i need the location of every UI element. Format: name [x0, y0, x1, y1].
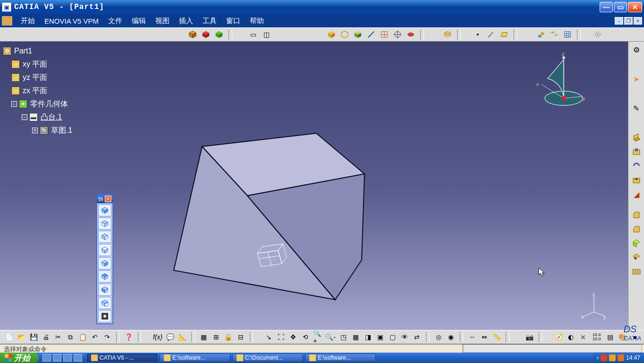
formula-icon[interactable]: f(x) — [153, 331, 163, 343]
open-icon[interactable]: 📂 — [16, 331, 26, 343]
box-solid-icon[interactable] — [352, 29, 364, 40]
product-green-icon[interactable] — [213, 29, 225, 40]
tray-expand-icon[interactable]: ‹ — [597, 354, 599, 361]
tree-sketch[interactable]: + ✎ 草图.1 — [3, 124, 72, 137]
shell-tool-icon[interactable] — [630, 251, 643, 264]
mesh-icon[interactable] — [562, 29, 573, 40]
capture-icon[interactable]: 📷 — [525, 331, 535, 343]
material-icon[interactable]: ◐ — [566, 331, 576, 343]
minimize-button[interactable]: — — [600, 2, 613, 12]
view-more-button[interactable] — [98, 310, 111, 322]
center-graph-icon[interactable]: ◎ — [433, 331, 444, 343]
mdi-restore-button[interactable]: ❐ — [624, 17, 633, 25]
menu-help[interactable]: 帮助 — [245, 16, 269, 26]
taskbar-item-2[interactable]: C:\Document... — [232, 354, 303, 362]
fit-all-icon[interactable]: ⛶ — [276, 331, 286, 343]
iso-icon[interactable]: ◨ — [363, 331, 373, 343]
options-icon[interactable]: ⊟ — [236, 331, 246, 343]
bottom-view-button[interactable] — [98, 284, 111, 296]
menu-file[interactable]: 文件 — [103, 16, 127, 26]
quickview-close-button[interactable]: × — [105, 196, 111, 202]
box-gold-icon[interactable] — [326, 29, 337, 40]
menu-enovia[interactable]: ENOVIA V5 VPM — [40, 16, 103, 26]
hide-show-icon[interactable]: 👁 — [399, 331, 410, 343]
start-button[interactable]: 开始 — [0, 353, 39, 363]
axis-system-icon[interactable]: ⤬ — [578, 331, 588, 343]
draft-tool-icon[interactable] — [630, 237, 643, 250]
mdi-minimize-button[interactable]: - — [615, 17, 623, 25]
viewport-3d[interactable]: x y z z x y ⚙ Part1 ▱ xy 平面 ▱ yz 平面 — [0, 42, 628, 336]
comment-icon[interactable]: 💬 — [165, 331, 175, 343]
cut-icon[interactable]: ✂ — [53, 331, 63, 343]
mdi-close-button[interactable]: × — [634, 17, 642, 25]
chamfer-tool-icon[interactable] — [630, 223, 643, 235]
pad-geometry[interactable] — [170, 127, 368, 302]
specification-tree[interactable]: ⚙ Part1 ▱ xy 平面 ▱ yz 平面 ▱ zx 平面 - ✦ 零件几何… — [3, 44, 72, 137]
table-icon[interactable]: ▦ — [199, 331, 209, 343]
tray-clock[interactable]: 14:47 — [626, 354, 640, 361]
tray-icon-1[interactable] — [601, 354, 607, 361]
reframe-icon[interactable]: ◉ — [446, 331, 456, 343]
system-tray[interactable]: ‹ 14:47 — [593, 353, 644, 363]
compass-tool-icon[interactable]: 🧭 — [553, 331, 564, 343]
save-icon[interactable]: 💾 — [28, 331, 39, 343]
select-arrow-icon[interactable]: ➤ — [630, 73, 643, 85]
view-compass[interactable]: x y z — [535, 51, 592, 112]
layers-icon[interactable] — [442, 29, 453, 40]
pocket-tool-icon[interactable] — [630, 146, 643, 158]
menu-view[interactable]: 视图 — [151, 16, 174, 26]
scale-display[interactable]: 10.410.0 — [590, 331, 603, 343]
target-icon[interactable] — [392, 29, 403, 40]
ql-app-icon[interactable] — [63, 354, 72, 362]
copy-icon[interactable]: ⧉ — [65, 331, 76, 343]
named-view-button[interactable] — [98, 297, 111, 309]
mirror-tool-icon[interactable] — [630, 266, 643, 278]
swap-icon[interactable]: ⇄ — [412, 331, 422, 343]
pad-tool-icon[interactable] — [630, 131, 643, 144]
normal-view-icon[interactable]: ◳ — [338, 331, 348, 343]
cubes-icon[interactable] — [549, 29, 560, 40]
maximize-button[interactable]: ▭ — [614, 2, 627, 12]
top-view-button[interactable] — [98, 270, 111, 283]
slash-icon[interactable]: ／ — [485, 29, 497, 40]
iso-view-button[interactable] — [98, 204, 111, 216]
zoom-in-icon[interactable]: 🔍+ — [313, 331, 323, 343]
menu-insert[interactable]: 插入 — [174, 16, 198, 26]
multi-view-icon[interactable]: ▦ — [350, 331, 361, 343]
tree-root[interactable]: ⚙ Part1 — [3, 44, 72, 58]
undo-icon[interactable]: ↶ — [90, 331, 100, 343]
grid-icon[interactable] — [379, 29, 390, 40]
tray-ime-icon[interactable] — [618, 354, 624, 361]
split-icon[interactable]: ◫ — [261, 29, 272, 40]
catalog-icon[interactable]: ▤ — [605, 331, 616, 343]
ratio-icon[interactable] — [405, 29, 416, 40]
crosshair-icon[interactable] — [592, 29, 603, 40]
dimension-b-icon[interactable]: ⇔ — [479, 331, 490, 343]
wireframe-icon[interactable]: ▢ — [387, 331, 398, 343]
menu-window[interactable]: 窗口 — [221, 16, 245, 26]
zoom-out-icon[interactable]: 🔍- — [325, 331, 336, 343]
redo-icon[interactable]: ↷ — [102, 331, 112, 343]
quickview-titlebar[interactable]: 快 × — [97, 195, 112, 203]
sketch-tool-icon[interactable]: ✎ — [630, 102, 643, 114]
shading-icon[interactable]: ▣ — [375, 331, 385, 343]
ql-app2-icon[interactable] — [74, 354, 82, 362]
line-icon[interactable] — [365, 29, 377, 40]
tree-xy-plane[interactable]: ▱ xy 平面 — [3, 58, 72, 71]
menu-tools[interactable]: 工具 — [198, 16, 221, 26]
flyto-icon[interactable]: ↘ — [263, 331, 274, 343]
hole-tool-icon[interactable] — [630, 174, 643, 186]
fillet-tool-icon[interactable] — [630, 209, 643, 221]
quickview-toolbar[interactable]: 快 × — [96, 194, 113, 324]
collapse-icon[interactable]: - — [11, 101, 17, 107]
help-icon[interactable]: ❓ — [124, 331, 134, 343]
rotate-icon[interactable]: ⟲ — [300, 331, 311, 343]
parallelogram-icon[interactable] — [499, 29, 510, 40]
new-icon[interactable]: 📄 — [4, 331, 14, 343]
gear-icon[interactable]: ⚙ — [630, 43, 643, 56]
tree-pad[interactable]: - ▬ 凸台.1 — [3, 111, 72, 124]
design-table-icon[interactable]: ⊞ — [211, 331, 221, 343]
stack-icon[interactable] — [535, 29, 547, 40]
front-view-button[interactable] — [98, 217, 111, 230]
menu-edit[interactable]: 编辑 — [127, 16, 151, 26]
